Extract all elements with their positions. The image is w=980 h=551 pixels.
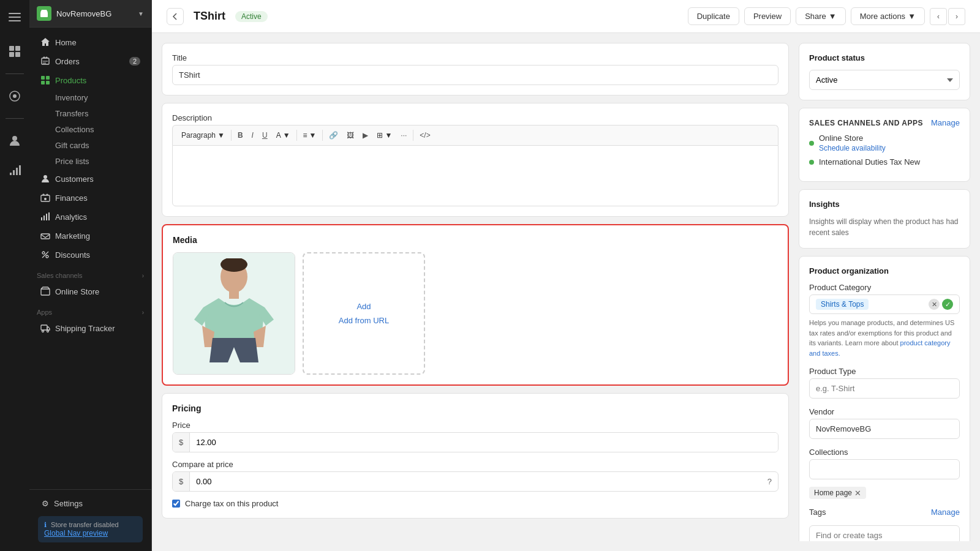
charge-tax-checkbox[interactable]	[172, 500, 180, 508]
category-tag: Shirts & Tops	[816, 299, 869, 310]
sales-channels-card: SALES CHANNELS AND APPS Manage Online St…	[799, 108, 970, 182]
product-status-title: Product status	[809, 53, 960, 62]
insights-card: Insights Insights will display when the …	[799, 189, 970, 249]
more-options-button[interactable]: ···	[397, 129, 410, 141]
add-media-link[interactable]: Add	[356, 302, 371, 311]
rte-body[interactable]	[172, 145, 778, 206]
orders-icon[interactable]	[5, 86, 24, 106]
video-button[interactable]: ▶	[359, 129, 372, 141]
sidebar-item-marketing[interactable]: Marketing	[33, 227, 148, 245]
text-color-button[interactable]: A ▼	[273, 129, 294, 141]
sidebar-item-shipping-tracker[interactable]: Shipping Tracker	[33, 319, 148, 337]
sidebar-item-online-store[interactable]: Online Store	[33, 282, 148, 301]
product-category-link[interactable]: product category and taxes.	[809, 339, 951, 357]
product-status-select[interactable]: Active Draft Archived	[809, 70, 960, 90]
charge-tax-text: Charge tax on this product	[185, 499, 278, 508]
transfer-notice: ℹ Store transfer disabled Global Nav pre…	[38, 516, 143, 542]
customers-icon[interactable]	[5, 131, 24, 151]
price-input[interactable]	[190, 433, 778, 452]
collections-input[interactable]	[809, 459, 960, 479]
category-check-button[interactable]: ✓	[942, 299, 953, 310]
charge-tax-label[interactable]: Charge tax on this product	[172, 499, 778, 508]
sidebar-item-collections[interactable]: Collections	[33, 122, 148, 137]
hamburger-menu-icon[interactable]	[5, 7, 24, 27]
svg-rect-16	[46, 76, 50, 80]
sidebar-item-home[interactable]: Home	[33, 33, 148, 51]
align-button[interactable]: ≡ ▼	[300, 129, 320, 141]
analytics-icon[interactable]	[5, 160, 24, 180]
store-dropdown-arrow: ▼	[138, 10, 144, 17]
table-button[interactable]: ⊞ ▼	[373, 129, 396, 141]
sidebar-item-analytics[interactable]: Analytics	[33, 208, 148, 226]
vendor-input[interactable]	[809, 419, 960, 439]
global-nav-link[interactable]: Global Nav preview	[44, 529, 108, 538]
sidebar-item-transfers[interactable]: Transfers	[33, 106, 148, 121]
duplicate-button[interactable]: Duplicate	[688, 7, 739, 25]
title-input[interactable]	[172, 65, 778, 85]
sales-channels-manage-link[interactable]: Manage	[931, 118, 960, 127]
sidebar-item-finances-label: Finances	[55, 193, 88, 203]
back-button[interactable]	[167, 8, 184, 25]
tags-section: Tags Manage	[809, 508, 960, 541]
sidebar-item-finances[interactable]: Finances	[33, 189, 148, 207]
orders-badge: 2	[129, 57, 140, 66]
prev-arrow-button[interactable]: ‹	[930, 8, 947, 25]
media-add-placeholder[interactable]: Add Add from URL	[303, 252, 425, 375]
collections-label: Collections	[809, 448, 960, 457]
category-section: Product Category Shirts & Tops ✕ ✓ Helps…	[809, 283, 960, 358]
store-selector[interactable]: NovRemoveBG ▼	[29, 0, 151, 28]
sidebar-item-price-lists-label: Price lists	[55, 157, 89, 166]
share-button[interactable]: Share ▼	[796, 7, 846, 25]
sidebar-item-inventory-label: Inventory	[55, 93, 88, 102]
share-dropdown-icon: ▼	[829, 12, 837, 21]
preview-button[interactable]: Preview	[744, 7, 791, 25]
tags-input[interactable]	[809, 525, 960, 541]
sidebar-item-orders[interactable]: Orders 2	[33, 52, 148, 70]
right-sidebar: Product status Active Draft Archived SAL…	[799, 43, 970, 541]
compare-help-icon[interactable]: ?	[761, 472, 778, 491]
sidebar-item-inventory[interactable]: Inventory	[33, 90, 148, 105]
info-icon: ℹ	[44, 521, 47, 528]
svg-rect-10	[13, 170, 15, 175]
store-icon	[37, 6, 51, 21]
collection-tag-label: Home page	[814, 489, 852, 497]
channel-item-online-store: Online Store Schedule availability	[809, 133, 960, 152]
sidebar-item-discounts[interactable]: Discounts	[33, 246, 148, 264]
paragraph-dropdown[interactable]: Paragraph ▼	[178, 129, 228, 141]
next-arrow-button[interactable]: ›	[948, 8, 965, 25]
sidebar-item-products[interactable]: Products	[33, 71, 148, 89]
italic-button[interactable]: I	[248, 129, 257, 141]
image-button[interactable]: 🖼	[343, 129, 358, 141]
sidebar: NovRemoveBG ▼ Home Orders 2 Products	[29, 0, 152, 551]
add-from-url-link[interactable]: Add from URL	[339, 316, 389, 325]
media-item-tshirt[interactable]	[173, 252, 295, 375]
more-actions-button[interactable]: More actions ▼	[851, 7, 925, 25]
product-type-input[interactable]	[809, 378, 960, 399]
svg-rect-23	[46, 214, 47, 220]
marketing-nav-icon	[40, 231, 50, 241]
collection-tag-remove[interactable]: ✕	[854, 489, 861, 497]
settings-item[interactable]: ⚙ Settings	[34, 495, 146, 512]
main-column: Title Description Paragraph ▼ B I U	[162, 43, 789, 541]
collections-section: Collections Home page ✕	[809, 448, 960, 499]
compare-price-input[interactable]	[190, 472, 761, 491]
link-button[interactable]: 🔗	[325, 129, 342, 141]
apps-expand-icon[interactable]: ›	[142, 309, 144, 316]
sidebar-item-price-lists[interactable]: Price lists	[33, 154, 148, 169]
sales-channels-expand-icon[interactable]: ›	[142, 272, 144, 279]
table-icon: ⊞	[377, 131, 383, 140]
sidebar-navigation: Home Orders 2 Products Inventory Transfe…	[29, 28, 151, 489]
category-clear-button[interactable]: ✕	[929, 299, 940, 310]
products-nav-icon	[40, 75, 50, 85]
underline-button[interactable]: U	[258, 129, 271, 141]
dashboard-icon[interactable]	[5, 42, 24, 61]
tags-manage-link[interactable]: Manage	[931, 508, 960, 517]
content-area: Title Description Paragraph ▼ B I U	[152, 33, 980, 551]
sidebar-item-customers[interactable]: Customers	[33, 170, 148, 188]
source-button[interactable]: </>	[416, 129, 434, 141]
sidebar-item-gift-cards[interactable]: Gift cards	[33, 138, 148, 153]
schedule-availability-link[interactable]: Schedule availability	[819, 144, 886, 152]
bold-button[interactable]: B	[234, 129, 247, 141]
sidebar-item-gift-cards-label: Gift cards	[55, 141, 89, 150]
media-card: Media	[162, 224, 789, 386]
